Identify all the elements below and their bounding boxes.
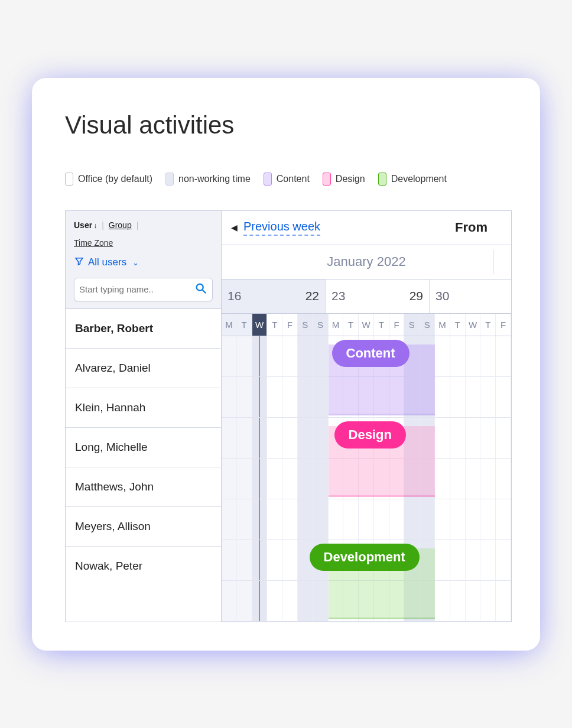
grid-cell[interactable] bbox=[435, 499, 450, 540]
grid-cell[interactable] bbox=[466, 418, 481, 459]
grid-cell[interactable] bbox=[252, 540, 268, 581]
search-field[interactable] bbox=[74, 278, 213, 301]
activity-content[interactable]: Content bbox=[329, 344, 436, 415]
user-row[interactable]: Meyers, Allison bbox=[66, 507, 221, 547]
grid-cell[interactable] bbox=[298, 418, 313, 459]
grid-cell[interactable] bbox=[435, 459, 450, 499]
grid-cell[interactable] bbox=[267, 499, 282, 540]
grid-cell[interactable] bbox=[496, 336, 511, 377]
grid-cell[interactable] bbox=[282, 540, 298, 581]
grid-cell[interactable] bbox=[389, 499, 405, 540]
grid-cell[interactable] bbox=[450, 581, 466, 622]
grid-cell[interactable] bbox=[222, 540, 237, 581]
grid-cell[interactable] bbox=[298, 459, 313, 499]
grid-cell[interactable] bbox=[480, 377, 496, 418]
grid-cell[interactable] bbox=[466, 499, 481, 540]
grid-cell[interactable] bbox=[359, 499, 374, 540]
grid-cell[interactable] bbox=[420, 499, 435, 540]
grid-cell[interactable] bbox=[298, 377, 313, 418]
grid-cell[interactable] bbox=[267, 459, 282, 499]
grid-cell[interactable] bbox=[282, 377, 298, 418]
grid-cell[interactable] bbox=[222, 377, 237, 418]
grid-cell[interactable] bbox=[480, 540, 496, 581]
grid-cell[interactable] bbox=[313, 581, 329, 622]
grid-cell[interactable] bbox=[496, 459, 511, 499]
grid-cell[interactable] bbox=[480, 499, 496, 540]
grid-cell[interactable] bbox=[237, 499, 252, 540]
grid-cell[interactable] bbox=[435, 377, 450, 418]
grid-cell[interactable] bbox=[435, 540, 450, 581]
grid-cell[interactable] bbox=[252, 499, 268, 540]
user-row[interactable]: Alvarez, Daniel bbox=[66, 349, 221, 388]
grid-cell[interactable] bbox=[496, 540, 511, 581]
grid-cell[interactable] bbox=[313, 499, 329, 540]
grid-cell[interactable] bbox=[222, 418, 237, 459]
user-row[interactable]: Nowak, Peter bbox=[66, 547, 221, 586]
grid-cell[interactable] bbox=[222, 581, 237, 622]
grid-cell[interactable] bbox=[313, 418, 329, 459]
user-row[interactable]: Long, Michelle bbox=[66, 428, 221, 467]
grid-cell[interactable] bbox=[435, 336, 450, 377]
group-link[interactable]: Group bbox=[109, 220, 132, 230]
grid-cell[interactable] bbox=[480, 459, 496, 499]
grid-cell[interactable] bbox=[496, 581, 511, 622]
grid-cell[interactable] bbox=[329, 499, 344, 540]
grid-cell[interactable] bbox=[450, 499, 466, 540]
grid-cell[interactable] bbox=[267, 418, 282, 459]
grid-cell[interactable] bbox=[237, 336, 252, 377]
timeline-grid[interactable]: ContentDesignDevelopment bbox=[222, 336, 511, 622]
grid-cell[interactable] bbox=[450, 459, 466, 499]
grid-cell[interactable] bbox=[252, 377, 268, 418]
user-row[interactable]: Barber, Robert bbox=[66, 309, 221, 349]
grid-cell[interactable] bbox=[313, 377, 329, 418]
grid-cell[interactable] bbox=[496, 377, 511, 418]
filter-dropdown[interactable]: All users ⌄ bbox=[74, 256, 213, 269]
grid-cell[interactable] bbox=[267, 581, 282, 622]
user-row[interactable]: Matthews, John bbox=[66, 467, 221, 507]
grid-cell[interactable] bbox=[282, 418, 298, 459]
grid-cell[interactable] bbox=[222, 459, 237, 499]
grid-cell[interactable] bbox=[466, 540, 481, 581]
activity-design[interactable]: Design bbox=[329, 426, 436, 497]
grid-cell[interactable] bbox=[466, 459, 481, 499]
grid-cell[interactable] bbox=[237, 418, 252, 459]
grid-cell[interactable] bbox=[252, 459, 268, 499]
grid-cell[interactable] bbox=[496, 499, 511, 540]
grid-cell[interactable] bbox=[313, 459, 329, 499]
activity-dev[interactable]: Development bbox=[329, 548, 436, 619]
grid-cell[interactable] bbox=[237, 377, 252, 418]
grid-cell[interactable] bbox=[267, 540, 282, 581]
grid-cell[interactable] bbox=[267, 336, 282, 377]
grid-cell[interactable] bbox=[404, 499, 420, 540]
grid-cell[interactable] bbox=[237, 581, 252, 622]
grid-cell[interactable] bbox=[237, 459, 252, 499]
grid-cell[interactable] bbox=[282, 459, 298, 499]
grid-cell[interactable] bbox=[282, 581, 298, 622]
grid-cell[interactable] bbox=[374, 499, 389, 540]
timezone-link[interactable]: Time Zone bbox=[74, 238, 213, 248]
grid-cell[interactable] bbox=[298, 499, 313, 540]
grid-cell[interactable] bbox=[252, 581, 268, 622]
grid-cell[interactable] bbox=[222, 336, 237, 377]
grid-cell[interactable] bbox=[450, 377, 466, 418]
grid-cell[interactable] bbox=[480, 581, 496, 622]
grid-cell[interactable] bbox=[435, 581, 450, 622]
grid-cell[interactable] bbox=[252, 336, 268, 377]
grid-cell[interactable] bbox=[298, 581, 313, 622]
previous-week-link[interactable]: ◀ Previous week bbox=[222, 220, 455, 236]
grid-cell[interactable] bbox=[435, 418, 450, 459]
search-input[interactable] bbox=[79, 284, 194, 294]
grid-cell[interactable] bbox=[450, 336, 466, 377]
grid-cell[interactable] bbox=[282, 336, 298, 377]
grid-cell[interactable] bbox=[450, 418, 466, 459]
grid-cell[interactable] bbox=[496, 418, 511, 459]
grid-cell[interactable] bbox=[313, 336, 329, 377]
grid-cell[interactable] bbox=[282, 499, 298, 540]
user-row[interactable]: Klein, Hannah bbox=[66, 388, 221, 428]
grid-cell[interactable] bbox=[480, 418, 496, 459]
grid-cell[interactable] bbox=[298, 336, 313, 377]
grid-cell[interactable] bbox=[466, 377, 481, 418]
grid-cell[interactable] bbox=[466, 581, 481, 622]
grid-cell[interactable] bbox=[237, 540, 252, 581]
grid-cell[interactable] bbox=[466, 336, 481, 377]
